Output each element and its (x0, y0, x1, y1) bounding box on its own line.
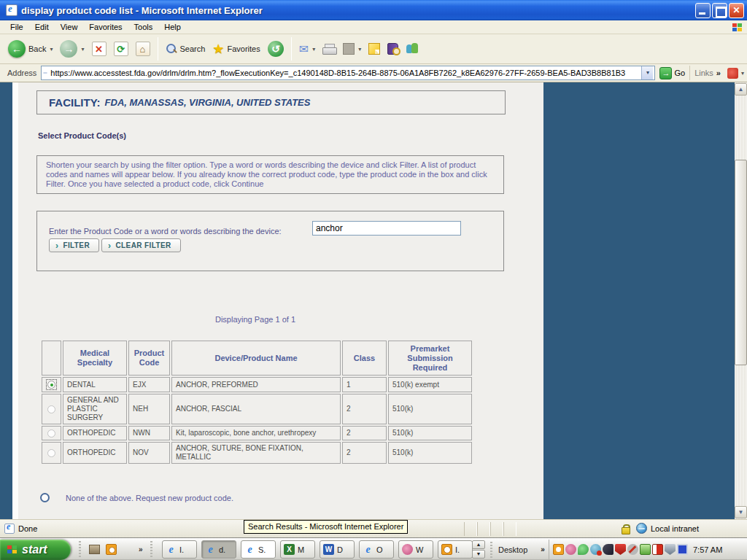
edit-button[interactable]: ▾ (339, 41, 365, 57)
cell-premarket: 510(k) (388, 442, 472, 464)
product-code-table: Medical Specialty Product Code Device/Pr… (40, 339, 473, 465)
tray-clock-icon[interactable] (553, 544, 564, 555)
toolbar-grip[interactable] (490, 542, 492, 558)
toolbar-grip[interactable] (79, 541, 81, 557)
discuss-button[interactable] (365, 41, 384, 57)
cell-code: NWN (128, 426, 170, 440)
facility-header: FACILITY: FDA, MANASSAS, VIRGINIA, UNITE… (36, 90, 506, 114)
row-radio[interactable] (47, 405, 55, 413)
tray-disabled-network-icon[interactable] (627, 544, 638, 555)
scroll-down-icon[interactable]: ▼ (735, 506, 747, 518)
quick-launch: » (76, 541, 155, 557)
desktop-label: Desktop (498, 545, 527, 554)
back-button[interactable]: ← Back ▾ (4, 38, 56, 60)
menu-tools[interactable]: Tools (128, 21, 159, 33)
mail-button[interactable]: ✉ ▾ (295, 40, 319, 58)
mail-dropdown-icon[interactable]: ▾ (312, 46, 315, 52)
taskbar-scroll-down-icon[interactable]: ▼ (472, 550, 485, 559)
tray-messenger-status-icon[interactable] (590, 544, 601, 555)
header-device-name: Device/Product Name (171, 341, 341, 376)
taskbar-clock[interactable]: 7:57 AM (693, 545, 722, 554)
filter-button[interactable]: › FILTER (49, 238, 99, 252)
messenger-button[interactable] (402, 41, 422, 57)
clock-icon (441, 544, 452, 555)
vertical-scrollbar[interactable]: ▲ ▼ (735, 82, 747, 519)
tray-update-icon[interactable] (640, 544, 651, 555)
tray-antivirus-icon[interactable] (615, 544, 626, 555)
desktop-toolbar[interactable]: Desktop » (487, 540, 545, 559)
radio-focus-ring (46, 379, 57, 390)
row-radio-selected[interactable] (47, 381, 55, 389)
links-chevron-icon[interactable]: » (716, 69, 721, 77)
research-button[interactable] (384, 41, 402, 57)
ie-window: display product code list - Microsoft In… (0, 0, 747, 560)
clear-filter-button[interactable]: › CLEAR FILTER (101, 238, 181, 252)
menu-file[interactable]: File (4, 21, 29, 33)
word-icon (323, 544, 334, 555)
task-button[interactable]: I. (438, 540, 473, 559)
windows-logo-icon (729, 21, 746, 34)
minimize-button[interactable] (695, 3, 711, 18)
scrollbar-thumb[interactable] (735, 160, 747, 365)
search-button[interactable]: Search (162, 41, 209, 57)
task-button[interactable]: M (280, 540, 315, 559)
close-button[interactable]: ✕ (729, 3, 744, 18)
task-button-active[interactable]: d. (201, 540, 236, 559)
taskbar-scroll-up-icon[interactable]: ▲ (472, 540, 485, 549)
tray-key-icon[interactable] (603, 544, 614, 555)
favorites-button[interactable]: ★ Favorites (209, 39, 263, 59)
toolbar-separator (158, 37, 158, 61)
scroll-up-icon[interactable]: ▲ (735, 83, 747, 96)
tray-app-icon[interactable] (565, 544, 576, 555)
menu-favorites[interactable]: Favorites (83, 21, 128, 33)
history-button[interactable]: ↺ (264, 39, 287, 59)
quicklaunch-chevron-icon[interactable]: » (139, 545, 143, 553)
refresh-button[interactable]: ⟳ (110, 39, 132, 58)
row-radio[interactable] (47, 449, 55, 457)
favorites-star-icon: ★ (212, 41, 224, 57)
task-button[interactable]: D (320, 540, 355, 559)
back-label: Back (28, 44, 46, 53)
tray-chat-icon[interactable] (578, 544, 589, 555)
menu-view[interactable]: View (55, 21, 84, 33)
excel-icon (284, 544, 295, 555)
task-button[interactable]: O (359, 540, 394, 559)
cell-code: NEH (128, 394, 170, 424)
edit-dropdown-icon[interactable]: ▾ (358, 46, 361, 52)
start-button[interactable]: start (0, 540, 71, 560)
tray-flag-icon[interactable] (652, 544, 663, 555)
task-button[interactable]: W (398, 540, 433, 559)
toolbar-grip[interactable] (150, 541, 152, 557)
device-search-input[interactable] (312, 221, 461, 236)
forward-dropdown-icon[interactable]: ▾ (81, 46, 84, 52)
pdf-toolbar-icon[interactable] (727, 68, 738, 79)
menu-edit[interactable]: Edit (29, 21, 55, 33)
maximize-button[interactable] (712, 3, 727, 18)
address-input[interactable]: https://www.accesstest.fda.gov/drlm/drlm… (41, 66, 655, 80)
go-button[interactable]: → Go (659, 67, 685, 79)
cell-code: NOV (128, 442, 170, 464)
quicklaunch-clock-icon[interactable] (105, 543, 117, 556)
task-button-hovered[interactable]: S. (241, 540, 276, 559)
tray-display-icon[interactable] (677, 544, 688, 555)
menu-help[interactable]: Help (158, 21, 187, 33)
tray-shield-icon[interactable] (665, 544, 676, 555)
back-dropdown-icon[interactable]: ▾ (50, 46, 53, 52)
home-button[interactable]: ⌂ (132, 39, 154, 58)
none-radio[interactable] (40, 493, 50, 502)
stop-button[interactable]: ✕ (88, 39, 110, 58)
desktop-chevron-icon[interactable]: » (541, 545, 545, 553)
links-toolbar[interactable]: Links » (689, 66, 725, 80)
address-url[interactable]: https://www.accesstest.fda.gov/drlm/drlm… (50, 69, 641, 77)
search-label: Search (180, 44, 206, 53)
facility-label: FACILITY: (49, 96, 101, 109)
quicklaunch-app-icon[interactable] (88, 543, 101, 556)
page-gutter (12, 82, 18, 519)
forward-button[interactable]: → ▾ (56, 38, 88, 60)
row-radio[interactable] (47, 429, 55, 438)
quicklaunch-ie-icon[interactable] (122, 543, 134, 556)
address-dropdown-icon[interactable]: ▾ (641, 66, 653, 79)
task-button[interactable]: I. (162, 540, 197, 559)
print-button[interactable] (319, 42, 339, 56)
pdf-dropdown-icon[interactable]: ▾ (741, 70, 744, 77)
